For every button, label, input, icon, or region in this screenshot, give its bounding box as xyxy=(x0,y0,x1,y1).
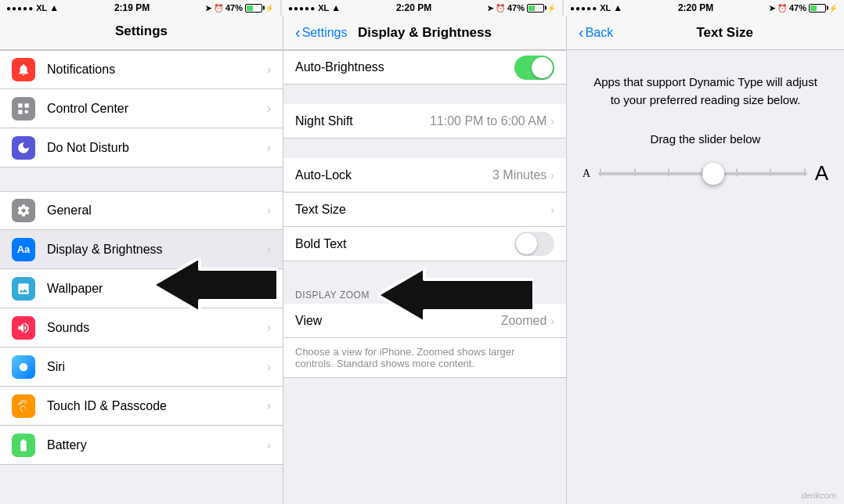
panel2-nav-title: Display & Brightness xyxy=(358,25,492,41)
location-icon-3: ➤ xyxy=(769,4,775,13)
slider-large-a: A xyxy=(815,161,828,185)
sidebar-item-notifications[interactable]: Notifications › xyxy=(0,50,283,89)
battery-pct-1: 47% xyxy=(225,3,243,13)
panels-container: Notifications › Control Center › Do Not … xyxy=(0,50,844,504)
battery-fill-2 xyxy=(528,5,535,11)
tick-7 xyxy=(804,168,806,176)
signal-2: ●●●●● xyxy=(288,4,316,13)
battery-fill-3 xyxy=(810,5,817,11)
carrier-3: XL xyxy=(600,3,611,13)
drag-slider-label: Drag the slider below xyxy=(567,124,844,161)
night-shift-label: Night Shift xyxy=(295,114,430,128)
location-icon-2: ➤ xyxy=(487,4,493,13)
time-2: 2:20 PM xyxy=(396,2,431,13)
status-left-1: ●●●●● XL ▲ xyxy=(6,2,59,13)
view-chevron-icon: › xyxy=(550,315,554,327)
sidebar-item-siri[interactable]: Siri › xyxy=(0,347,283,387)
general-chevron-icon: › xyxy=(267,203,271,218)
control-center-label: Control Center xyxy=(47,102,267,116)
slider-container: A A xyxy=(567,161,844,185)
sidebar-item-touchid[interactable]: Touch ID & Passcode › xyxy=(0,387,283,426)
battery-fill-1 xyxy=(247,5,253,11)
panel3-nav-title: Text Size xyxy=(617,25,832,41)
battery-bar-1 xyxy=(245,4,262,13)
battery-pct-2: 47% xyxy=(507,3,525,13)
control-center-icon xyxy=(12,97,35,121)
status-bar-2: ●●●●● XL ▲ 2:20 PM ➤ ⏰ 47% ⚡ xyxy=(281,0,563,16)
night-shift-value: 11:00 PM to 6:00 AM xyxy=(430,114,546,128)
general-icon xyxy=(12,199,35,222)
panel2-back-button[interactable]: ‹ Settings xyxy=(295,23,347,41)
sidebar-item-battery[interactable]: Battery › xyxy=(0,426,283,465)
charging-icon-3: ⚡ xyxy=(828,4,838,13)
status-left-3: ●●●●● XL ▲ xyxy=(570,2,622,13)
tick-6 xyxy=(770,168,771,176)
status-left-2: ●●●●● XL ▲ xyxy=(288,2,341,13)
display-item-bold-text[interactable]: Bold Text xyxy=(283,227,566,261)
display-icon: Aa xyxy=(12,238,35,261)
tick-1 xyxy=(600,168,601,176)
battery-pct-3: 47% xyxy=(789,3,806,13)
notifications-label: Notifications xyxy=(47,63,267,77)
auto-lock-label: Auto-Lock xyxy=(295,168,492,182)
sidebar-item-dnd[interactable]: Do Not Disturb › xyxy=(0,128,283,167)
panel3-back-button[interactable]: ‹ Back xyxy=(579,23,613,41)
status-right-1: ➤ ⏰ 47% ⚡ xyxy=(205,3,274,13)
settings-group-1: Notifications › Control Center › Do Not … xyxy=(0,50,283,167)
sidebar-item-control-center[interactable]: Control Center › xyxy=(0,89,283,128)
panel1-header: Settings xyxy=(0,16,283,50)
slider-small-a: A xyxy=(583,167,590,180)
auto-brightness-toggle[interactable] xyxy=(514,56,554,80)
dnd-label: Do Not Disturb xyxy=(47,141,267,155)
bold-text-toggle[interactable] xyxy=(514,232,554,256)
auto-lock-value: 3 Minutes xyxy=(492,168,546,182)
tick-2 xyxy=(634,168,636,176)
battery-label: Battery xyxy=(47,438,267,452)
tick-5 xyxy=(736,168,738,176)
panel-display: Auto-Brightness Night Shift 11:00 PM to … xyxy=(283,50,567,504)
dnd-icon xyxy=(12,136,35,160)
display-item-night-shift[interactable]: Night Shift 11:00 PM to 6:00 AM › xyxy=(283,104,566,139)
sounds-label: Sounds xyxy=(47,321,267,335)
sidebar-item-general[interactable]: General › xyxy=(0,191,283,230)
back-chevron-icon-3: ‹ xyxy=(579,23,584,41)
wallpaper-icon xyxy=(12,277,35,301)
status-bar-1: ●●●●● XL ▲ 2:19 PM ➤ ⏰ 47% ⚡ xyxy=(0,0,281,16)
text-size-label: Text Size xyxy=(295,203,550,217)
slider-track[interactable] xyxy=(598,172,807,175)
alarm-icon-3: ⏰ xyxy=(777,4,787,13)
location-icon-1: ➤ xyxy=(205,4,211,13)
sounds-chevron-icon: › xyxy=(267,321,271,335)
battery-bar-3 xyxy=(809,4,826,13)
back-chevron-icon: ‹ xyxy=(295,23,301,41)
bold-toggle-thumb xyxy=(516,233,537,254)
display-chevron-icon: › xyxy=(267,243,271,257)
siri-label: Siri xyxy=(47,360,267,374)
night-shift-chevron-icon: › xyxy=(550,115,554,128)
dnd-chevron-icon: › xyxy=(267,141,271,155)
alarm-icon-1: ⏰ xyxy=(214,4,223,13)
panel3-nav: ‹ Back Text Size xyxy=(567,16,844,50)
signal-1: ●●●●● xyxy=(6,4,34,13)
touchid-label: Touch ID & Passcode xyxy=(47,399,267,413)
display-item-text-size[interactable]: Text Size › xyxy=(283,193,566,227)
gap-1 xyxy=(283,85,566,104)
wifi-icon-3: ▲ xyxy=(613,2,622,13)
wifi-icon-1: ▲ xyxy=(49,2,59,13)
tick-3 xyxy=(668,168,669,176)
display-item-auto-brightness[interactable]: Auto-Brightness xyxy=(283,50,566,85)
battery-chevron-icon: › xyxy=(267,438,271,452)
textsize-description: Apps that support Dynamic Type will adju… xyxy=(567,50,844,124)
watermark: derikcom xyxy=(801,491,836,500)
status-bar-3: ●●●●● XL ▲ 2:20 PM ➤ ⏰ 47% ⚡ xyxy=(563,0,844,16)
slider-thumb[interactable] xyxy=(702,163,724,185)
panel2-nav: ‹ Settings Display & Brightness xyxy=(283,16,567,50)
control-center-chevron-icon: › xyxy=(267,102,271,116)
display-item-auto-lock[interactable]: Auto-Lock 3 Minutes › xyxy=(283,158,566,193)
auto-lock-chevron-icon: › xyxy=(550,169,554,182)
wifi-icon-2: ▲ xyxy=(331,2,341,13)
panel-textsize: Apps that support Dynamic Type will adju… xyxy=(567,50,844,504)
text-size-chevron-icon: › xyxy=(550,203,554,216)
siri-chevron-icon: › xyxy=(267,360,271,374)
carrier-2: XL xyxy=(318,3,329,13)
